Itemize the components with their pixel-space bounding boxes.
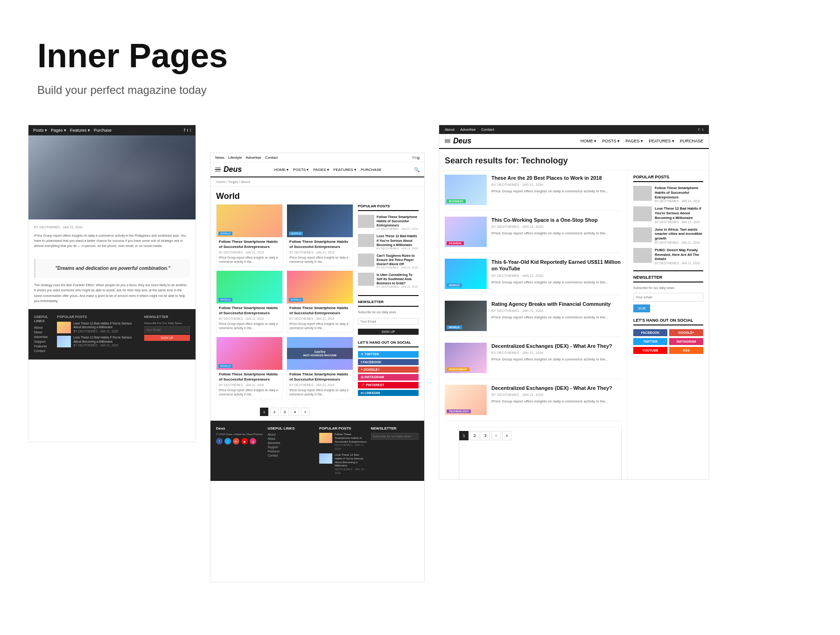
right-instagram-btn[interactable]: INSTAGRAM xyxy=(669,338,703,345)
left-facebook-icon[interactable]: f xyxy=(184,128,185,133)
center-nav-contact[interactable]: Contact xyxy=(265,155,278,160)
center-nav-pages[interactable]: PAGES ▾ xyxy=(313,168,329,172)
center-hamburger-icon[interactable] xyxy=(215,168,221,172)
right-page-next[interactable]: › xyxy=(491,431,501,440)
center-facebook-btn[interactable]: f FACEBOOK xyxy=(358,359,419,365)
left-footer-link-news[interactable]: News xyxy=(34,331,52,334)
center-page-3[interactable]: 3 xyxy=(280,408,289,416)
center-logo-text[interactable]: Deus xyxy=(224,165,242,174)
center-search-icon[interactable]: 🔍 xyxy=(414,167,420,172)
right-twitter-icon[interactable]: t xyxy=(702,127,703,132)
right-nav-features[interactable]: FEATURES ▾ xyxy=(649,139,674,143)
right-result-title-5[interactable]: Decentralized Exchanges (DEX) - What Are… xyxy=(491,343,612,349)
center-newsletter-signup-btn[interactable]: SIGN UP xyxy=(358,329,419,335)
footer-fb-icon[interactable]: f xyxy=(216,438,223,444)
center-card-title-6[interactable]: Follow These Smartphone Habits of Succes… xyxy=(289,372,350,382)
center-card-title-3[interactable]: Follow These Smartphone Habits of Succes… xyxy=(219,306,280,316)
right-nav-pages[interactable]: PAGES ▾ xyxy=(625,139,643,143)
center-footer-news[interactable]: News xyxy=(268,437,316,440)
footer-gp-icon[interactable]: g+ xyxy=(233,438,239,444)
center-footer-features[interactable]: Features xyxy=(268,450,316,453)
right-result-tag-5: INVESTMENT xyxy=(447,367,469,371)
center-nav-features[interactable]: FEATURES ▾ xyxy=(334,168,356,172)
center-nav-advertise[interactable]: Advertise xyxy=(245,155,261,160)
center-footer-contact[interactable]: Contact xyxy=(268,454,316,457)
left-footer-link-contact[interactable]: Contact xyxy=(34,349,52,353)
center-footer-newsletter-input[interactable] xyxy=(371,433,419,440)
center-card-title-1[interactable]: Follow These Smartphone Habits of Succes… xyxy=(219,240,280,249)
right-facebook-icon[interactable]: f xyxy=(699,127,700,132)
right-advertise-link[interactable]: Advertise xyxy=(460,127,476,132)
center-page-4[interactable]: 4 xyxy=(291,408,299,416)
center-linkedin-btn[interactable]: in LINKEDIN xyxy=(358,390,419,396)
right-social-row-1: FACEBOOK GOOGLE+ xyxy=(633,329,703,336)
center-newsletter-input[interactable] xyxy=(358,318,419,325)
right-facebook-btn[interactable]: FACEBOOK xyxy=(633,329,667,336)
center-nav-news[interactable]: News xyxy=(215,155,224,160)
center-pinterest-btn[interactable]: 📌 PINTEREST xyxy=(358,382,419,388)
left-nav-features[interactable]: Features ▾ xyxy=(70,128,90,133)
right-hamburger-icon[interactable] xyxy=(445,139,450,143)
left-footer-signup-btn[interactable]: SIGN UP xyxy=(144,335,190,341)
right-popular-title-4[interactable]: PUBG: Desert Map Finally Revealed, Here … xyxy=(655,248,703,261)
center-footer-advertise[interactable]: Advertise xyxy=(268,441,316,444)
right-result-title-4[interactable]: Rating Agency Breaks with Financial Comm… xyxy=(491,301,611,307)
right-contact-link[interactable]: Contact xyxy=(481,127,494,132)
right-page-1[interactable]: 1 xyxy=(459,431,469,440)
left-footer-link-about[interactable]: About xyxy=(34,326,52,329)
footer-ig-icon[interactable]: ◎ xyxy=(250,438,256,444)
center-footer-support[interactable]: Support xyxy=(268,445,316,449)
right-popular-title-3[interactable]: June in Africa: Taxi wants smarter citie… xyxy=(655,227,703,241)
right-result-title-2[interactable]: This Co-Working Space is a One-Stop Shop xyxy=(491,217,609,223)
right-rss-btn[interactable]: RSS xyxy=(669,347,703,354)
center-popular-title-4[interactable]: Is Uber Considering To Sell Its Southeas… xyxy=(377,273,419,285)
footer-tw-icon[interactable]: t xyxy=(224,438,231,444)
right-youtube-btn[interactable]: YOUTUBE xyxy=(633,347,667,354)
center-popular-title-2[interactable]: Lose These 12 Bad Habits if You're Serio… xyxy=(377,234,419,247)
center-popular-title-1[interactable]: Follow These Smartphone Habits of Succes… xyxy=(377,215,419,227)
right-about-link[interactable]: About xyxy=(445,127,455,132)
center-card-title-4[interactable]: Follow These Smartphone Habits of Succes… xyxy=(289,306,350,316)
right-newsletter-submit-btn[interactable]: SUB xyxy=(633,304,650,312)
right-result-title-3[interactable]: This 6-Year-Old Kid Reportedly Earned US… xyxy=(491,259,622,272)
right-page-3[interactable]: 3 xyxy=(481,431,490,440)
right-page-2[interactable]: 2 xyxy=(470,431,479,440)
right-logo-text[interactable]: Deus xyxy=(453,137,471,145)
left-footer-link-features[interactable]: Features xyxy=(34,345,52,348)
right-nav-posts[interactable]: POSTS ▾ xyxy=(602,139,620,143)
left-footer-link-support[interactable]: Support xyxy=(34,340,52,343)
left-instagram-icon[interactable]: i xyxy=(190,128,191,133)
right-newsletter-input[interactable] xyxy=(633,293,703,302)
center-popular-title-3[interactable]: Can't Toughens Rules to Ensure 3rd Tetco… xyxy=(377,254,419,266)
right-nav-purchase[interactable]: PURCHASE xyxy=(680,139,703,143)
center-footer-about[interactable]: About xyxy=(268,433,316,436)
left-nav-purchase[interactable]: Purchase xyxy=(94,128,112,133)
hero-section: Inner Pages Build your perfect magazine … xyxy=(0,0,840,125)
center-instagram-btn[interactable]: ◎ INSTAGRAM xyxy=(358,374,419,381)
left-nav-posts[interactable]: Posts ▾ xyxy=(33,128,47,133)
right-twitter-btn[interactable]: TWITTER xyxy=(633,338,667,345)
center-card-title-2[interactable]: Follow These Smartphone Habits of Succes… xyxy=(289,240,350,249)
center-page-1[interactable]: 1 xyxy=(260,408,268,416)
right-page-last[interactable]: » xyxy=(502,431,511,440)
right-google-btn[interactable]: GOOGLE+ xyxy=(669,329,703,336)
footer-yt-icon[interactable]: ▶ xyxy=(241,438,248,444)
right-popular-title-1[interactable]: Follow These Smartphone Habits of Succes… xyxy=(655,186,703,199)
right-popular-title-2[interactable]: Lose These 12 Bad Habits if You're Serio… xyxy=(655,206,703,220)
center-google-btn[interactable]: + GOOGLE+ xyxy=(358,367,419,373)
right-result-title-6[interactable]: Decentralized Exchanges (DEX) - What Are… xyxy=(491,385,612,391)
right-nav-home[interactable]: HOME ▾ xyxy=(581,139,597,143)
center-page-2[interactable]: 2 xyxy=(270,408,279,416)
center-twitter-btn[interactable]: ✦ TWITTER xyxy=(358,351,419,358)
center-page-next[interactable]: » xyxy=(301,408,309,416)
center-nav-purchase[interactable]: PURCHASE xyxy=(361,168,381,172)
center-card-title-5[interactable]: Follow These Smartphone Habits of Succes… xyxy=(219,372,280,382)
left-footer-link-advertise[interactable]: Advertise xyxy=(34,335,52,339)
left-nav-pages[interactable]: Pages ▾ xyxy=(51,128,66,133)
left-footer-newsletter-input[interactable] xyxy=(144,326,190,333)
right-result-title-1[interactable]: These Are the 20 Best Places to Work in … xyxy=(491,175,609,181)
center-nav-lifestyle[interactable]: Lifestyle xyxy=(228,155,242,160)
left-twitter-icon[interactable]: t xyxy=(187,128,188,133)
center-nav-posts[interactable]: POSTS ▾ xyxy=(293,168,308,172)
center-nav-home[interactable]: HOME ▾ xyxy=(274,168,288,172)
